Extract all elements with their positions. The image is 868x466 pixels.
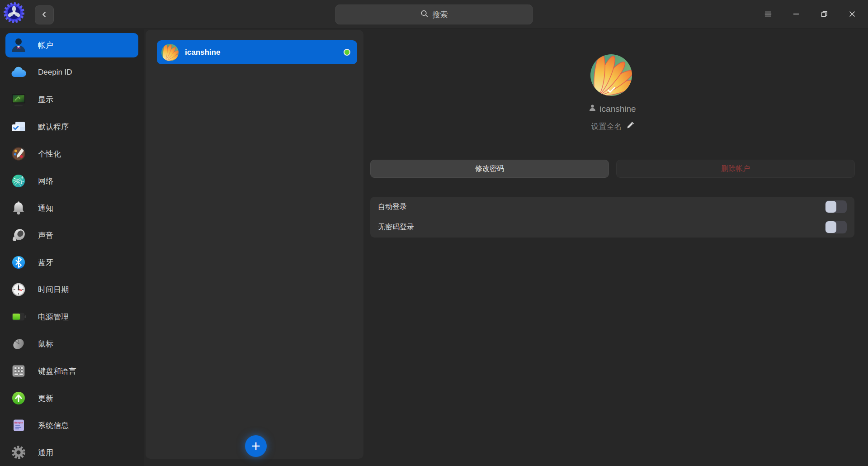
user-icon — [9, 36, 28, 54]
sidebar-item-general[interactable]: 通用 — [5, 440, 138, 465]
user-name: icanshine — [185, 48, 344, 57]
sidebar-item-deepin-id[interactable]: Deepin ID — [5, 60, 138, 85]
menu-icon — [764, 10, 772, 19]
update-arrow-icon — [9, 389, 28, 407]
user-list-panel: icanshine + — [146, 30, 363, 459]
username-row: icanshine — [370, 103, 854, 115]
pencil-icon — [627, 122, 634, 131]
auto-login-label: 自动登录 — [378, 202, 407, 212]
sidebar-item-label: 时间日期 — [38, 285, 69, 295]
search-icon — [420, 10, 429, 20]
account-actions: 修改密码 删除帐户 — [370, 160, 855, 178]
speaker-icon — [9, 226, 28, 244]
sidebar-item-label: 更新 — [38, 393, 53, 404]
minimize-button[interactable] — [782, 0, 810, 29]
sidebar-item-label: 键盘和语言 — [38, 366, 76, 376]
user-list-item[interactable]: icanshine — [157, 40, 357, 64]
window-controls — [754, 0, 866, 29]
default-apps-icon — [9, 118, 28, 136]
sidebar-item-label: 默认程序 — [38, 122, 69, 132]
sidebar: 帐户 Deepin ID 显 — [0, 29, 144, 466]
battery-icon — [9, 308, 28, 326]
palette-icon — [9, 145, 28, 163]
toggle-knob — [826, 221, 836, 233]
back-button[interactable] — [35, 5, 54, 24]
bluetooth-icon — [9, 253, 28, 271]
network-globe-icon — [9, 172, 28, 190]
chevron-left-icon — [41, 11, 48, 19]
sidebar-item-accounts[interactable]: 帐户 — [5, 33, 138, 57]
sidebar-item-personalization[interactable]: 个性化 — [5, 142, 138, 166]
sidebar-item-label: 系统信息 — [38, 420, 69, 431]
sidebar-item-default-apps[interactable]: 默认程序 — [5, 114, 138, 139]
delete-account-button[interactable]: 删除帐户 — [616, 160, 855, 178]
sidebar-item-label: 鼠标 — [38, 339, 53, 349]
nopassword-login-toggle[interactable] — [825, 221, 847, 233]
control-center-window: 搜索 — [0, 0, 868, 466]
menu-button[interactable] — [754, 0, 782, 29]
user-avatar-thumbnail — [161, 44, 179, 61]
titlebar: 搜索 — [0, 0, 868, 29]
display-icon — [9, 90, 28, 109]
sidebar-item-label: 蓝牙 — [38, 257, 53, 268]
sidebar-item-keyboard[interactable]: 键盘和语言 — [5, 359, 138, 383]
sidebar-item-sound[interactable]: 声音 — [5, 223, 138, 247]
minimize-icon — [792, 10, 800, 19]
username-text: icanshine — [599, 104, 636, 114]
sidebar-item-label: 个性化 — [38, 149, 61, 159]
check-icon — [607, 87, 615, 95]
bell-icon — [9, 199, 28, 217]
search-placeholder: 搜索 — [433, 10, 448, 20]
sidebar-item-display[interactable]: 显示 — [5, 87, 138, 112]
sidebar-item-datetime[interactable]: 时间日期 — [5, 277, 138, 302]
user-avatar[interactable] — [590, 54, 632, 96]
auto-login-toggle[interactable] — [825, 200, 847, 213]
plus-icon: + — [251, 436, 260, 456]
gear-icon — [9, 443, 28, 461]
maximize-button[interactable] — [810, 0, 838, 29]
sidebar-item-notification[interactable]: 通知 — [5, 196, 138, 220]
sidebar-item-label: 电源管理 — [38, 312, 69, 322]
sidebar-item-mouse[interactable]: 鼠标 — [5, 332, 138, 356]
set-fullname-button[interactable]: 设置全名 — [370, 120, 854, 133]
close-icon — [848, 10, 856, 19]
sidebar-item-label: 帐户 — [38, 40, 53, 51]
keyboard-icon — [9, 362, 28, 380]
sidebar-item-label: 通知 — [38, 203, 53, 214]
sidebar-item-label: 声音 — [38, 230, 53, 241]
nopassword-login-row: 无密码登录 — [370, 217, 854, 237]
nopassword-login-label: 无密码登录 — [378, 223, 414, 232]
system-info-icon: deepin — [9, 416, 28, 434]
sidebar-item-network[interactable]: 网络 — [5, 169, 138, 193]
toggle-knob — [826, 201, 836, 213]
mouse-icon — [9, 335, 28, 353]
person-icon — [589, 104, 596, 114]
sidebar-item-power[interactable]: 电源管理 — [5, 304, 138, 329]
sidebar-item-update[interactable]: 更新 — [5, 386, 138, 410]
account-detail-panel: icanshine 设置全名 修改密码 删除帐户 自动登录 无密码登录 — [364, 29, 868, 466]
online-status-dot — [344, 49, 350, 56]
sidebar-item-label: 网络 — [38, 176, 53, 186]
maximize-icon — [820, 10, 828, 19]
sidebar-item-label: 通用 — [38, 447, 53, 458]
sidebar-item-label: Deepin ID — [38, 68, 72, 77]
login-settings-card: 自动登录 无密码登录 — [370, 197, 854, 238]
cloud-icon — [9, 63, 28, 81]
sidebar-item-system-info[interactable]: deepin 系统信息 — [5, 413, 138, 437]
close-button[interactable] — [838, 0, 866, 29]
search-input[interactable]: 搜索 — [335, 5, 533, 24]
sidebar-item-bluetooth[interactable]: 蓝牙 — [5, 250, 138, 275]
auto-login-row: 自动登录 — [370, 197, 854, 217]
clock-icon — [9, 281, 28, 299]
set-fullname-label: 设置全名 — [591, 121, 622, 132]
svg-text:deepin: deepin — [14, 421, 24, 424]
control-center-gear-logo — [4, 2, 24, 23]
add-user-button[interactable]: + — [245, 435, 267, 457]
sidebar-item-label: 显示 — [38, 95, 53, 105]
change-password-button[interactable]: 修改密码 — [370, 160, 609, 178]
